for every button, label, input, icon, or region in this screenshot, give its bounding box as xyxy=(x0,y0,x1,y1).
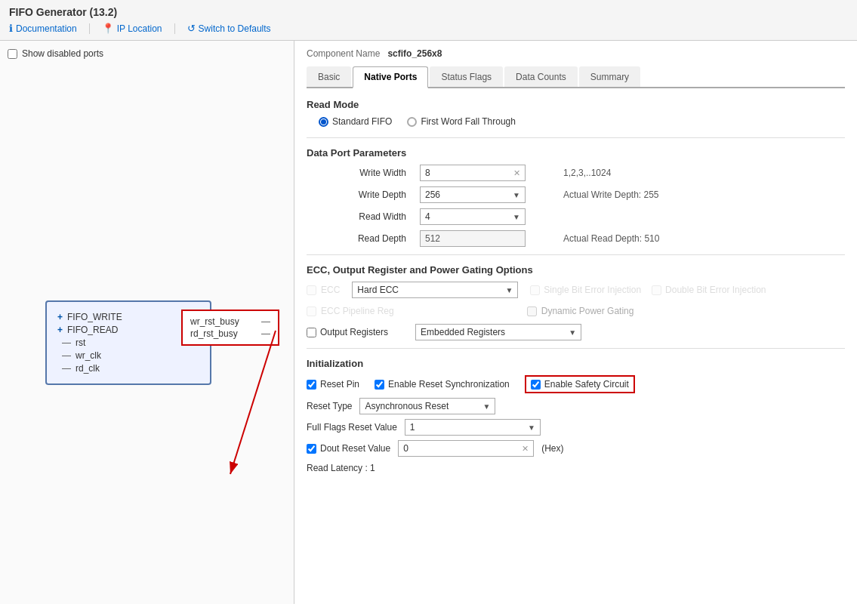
ecc-mode-value: Hard ECC xyxy=(357,285,399,295)
dout-row: Dout Reset Value 0 ✕ (Hex) xyxy=(307,440,845,457)
main-container: Show disabled ports + FIFO_WRITE + FIFO_… xyxy=(0,41,857,604)
enable-reset-sync-checkbox[interactable] xyxy=(375,380,384,390)
top-bar: FIFO Generator (13.2) ℹ Documentation 📍 … xyxy=(0,0,857,41)
ecc-checkbox[interactable] xyxy=(307,285,316,295)
port-wr-clk: — wr_clk xyxy=(57,350,199,361)
write-width-label: Write Width xyxy=(307,168,412,178)
write-width-note: 1,2,3,..1024 xyxy=(563,168,845,178)
plus-write-icon: + xyxy=(57,312,63,322)
arrow-svg xyxy=(276,323,366,368)
tab-data-counts[interactable]: Data Counts xyxy=(504,66,578,87)
tabs: Basic Native Ports Status Flags Data Cou… xyxy=(307,66,845,88)
enable-safety-label: Enable Safety Circuit xyxy=(544,379,629,390)
init-row-1: Reset Pin Enable Reset Synchronization E… xyxy=(307,375,845,393)
radio-standard-circle[interactable] xyxy=(319,117,328,127)
ecc-title: ECC, Output Register and Power Gating Op… xyxy=(307,264,845,276)
full-flags-arrow: ▼ xyxy=(528,424,535,432)
dout-clear-icon[interactable]: ✕ xyxy=(522,444,529,454)
documentation-link[interactable]: ℹ Documentation xyxy=(9,23,77,34)
dynamic-power-row: Dynamic Power Gating xyxy=(527,306,634,316)
reset-type-dropdown[interactable]: Asynchronous Reset ▼ xyxy=(359,398,495,414)
dash-wr-clk: — xyxy=(62,350,71,361)
single-bit-row: Single Bit Error Injection xyxy=(530,285,641,295)
dash-rst: — xyxy=(62,337,71,348)
output-reg-value: Embedded Registers xyxy=(421,327,505,337)
enable-safety-checkbox[interactable] xyxy=(531,380,541,390)
dout-reset-label: Dout Reset Value xyxy=(320,443,390,454)
write-depth-value: 256 xyxy=(425,189,440,200)
show-disabled-checkbox[interactable] xyxy=(8,49,17,59)
dout-reset-checkbox-item: Dout Reset Value xyxy=(307,443,390,454)
write-depth-note: Actual Write Depth: 255 xyxy=(563,189,845,200)
output-port-rd: rd_rst_busy — xyxy=(190,328,270,339)
dout-reset-value: 0 xyxy=(403,443,408,454)
write-depth-arrow[interactable]: ▼ xyxy=(513,191,520,199)
pipeline-reg-label: ECC Pipeline Reg xyxy=(321,306,394,316)
full-flags-label: Full Flags Reset Value xyxy=(307,422,397,433)
read-width-arrow[interactable]: ▼ xyxy=(513,213,520,221)
wr-rst-busy-label: wr_rst_busy xyxy=(190,316,239,327)
port-rst: — rst xyxy=(57,337,199,348)
read-width-input[interactable]: 4 ▼ xyxy=(420,208,526,225)
full-flags-dropdown[interactable]: 1 ▼ xyxy=(405,419,541,436)
rst-label: rst xyxy=(76,337,85,348)
toolbar: ℹ Documentation 📍 IP Location ↺ Switch t… xyxy=(9,23,848,34)
double-bit-checkbox[interactable] xyxy=(652,285,661,295)
switch-defaults-link[interactable]: ↺ Switch to Defaults xyxy=(187,23,271,34)
location-icon: 📍 xyxy=(102,23,114,34)
port-rd-clk: — rd_clk xyxy=(57,363,199,374)
radio-fwft[interactable]: First Word Fall Through xyxy=(407,116,516,127)
fifo-port-read: + FIFO_READ xyxy=(57,325,199,335)
tab-native-ports[interactable]: Native Ports xyxy=(353,66,428,88)
read-depth-value: 512 xyxy=(420,230,526,247)
read-mode-options: Standard FIFO First Word Fall Through xyxy=(319,116,845,127)
output-box: wr_rst_busy — rd_rst_busy — xyxy=(181,310,279,346)
right-panel: Component Name scfifo_256x8 Basic Native… xyxy=(294,41,857,604)
double-bit-label: Double Bit Error Injection xyxy=(665,285,766,295)
write-width-clear[interactable]: ✕ xyxy=(513,168,520,178)
double-bit-row: Double Bit Error Injection xyxy=(652,285,766,295)
radio-standard-fifo[interactable]: Standard FIFO xyxy=(319,116,392,127)
enable-reset-sync-label: Enable Reset Synchronization xyxy=(388,379,510,390)
fifo-write-label: FIFO_WRITE xyxy=(67,312,122,322)
tab-status-flags[interactable]: Status Flags xyxy=(430,66,503,87)
write-depth-label: Write Depth xyxy=(307,189,412,200)
app-title: FIFO Generator (13.2) xyxy=(9,6,848,18)
dout-reset-input[interactable]: 0 ✕ xyxy=(398,440,534,457)
tab-basic[interactable]: Basic xyxy=(307,66,351,87)
rd-clk-label: rd_clk xyxy=(76,363,100,374)
output-port-wr: wr_rst_busy — xyxy=(190,316,270,327)
dash-rd-clk: — xyxy=(62,363,71,374)
fifo-port-write: + FIFO_WRITE xyxy=(57,312,199,322)
component-name-label: Component Name xyxy=(307,48,380,59)
ecc-label: ECC xyxy=(321,285,340,295)
output-reg-arrow: ▼ xyxy=(569,328,576,337)
ecc-dropdown[interactable]: Hard ECC ▼ xyxy=(352,282,518,298)
full-flags-value: 1 xyxy=(410,422,415,433)
ip-location-link[interactable]: 📍 IP Location xyxy=(102,23,162,34)
toolbar-divider2 xyxy=(174,23,175,34)
reset-type-row: Reset Type Asynchronous Reset ▼ xyxy=(307,398,845,414)
ecc-dropdown-arrow: ▼ xyxy=(505,286,513,294)
write-depth-input[interactable]: 256 ▼ xyxy=(420,186,526,203)
pipeline-reg-checkbox[interactable] xyxy=(307,306,316,316)
write-width-input[interactable]: 8 ✕ xyxy=(420,165,526,181)
radio-fwft-circle[interactable] xyxy=(407,117,417,127)
reset-type-value: Asynchronous Reset xyxy=(365,401,449,411)
show-disabled-row: Show disabled ports xyxy=(8,48,286,59)
read-depth-label: Read Depth xyxy=(307,233,412,244)
info-icon: ℹ xyxy=(9,23,13,34)
pipeline-reg-row: ECC Pipeline Reg xyxy=(307,306,394,316)
output-reg-dropdown[interactable]: Embedded Registers ▼ xyxy=(415,324,581,340)
enable-safety-circuit-box: Enable Safety Circuit xyxy=(525,375,635,393)
read-mode-title: Read Mode xyxy=(307,99,845,110)
dynamic-power-checkbox[interactable] xyxy=(527,306,537,316)
tab-summary[interactable]: Summary xyxy=(579,66,640,87)
read-latency: Read Latency : 1 xyxy=(307,463,845,473)
dout-reset-checkbox[interactable] xyxy=(307,444,316,454)
ecc-checkbox-row: ECC xyxy=(307,285,340,295)
single-bit-checkbox[interactable] xyxy=(530,285,540,295)
toolbar-divider xyxy=(89,23,90,34)
full-flags-row: Full Flags Reset Value 1 ▼ xyxy=(307,419,845,436)
rd-rst-busy-label: rd_rst_busy xyxy=(190,328,238,339)
